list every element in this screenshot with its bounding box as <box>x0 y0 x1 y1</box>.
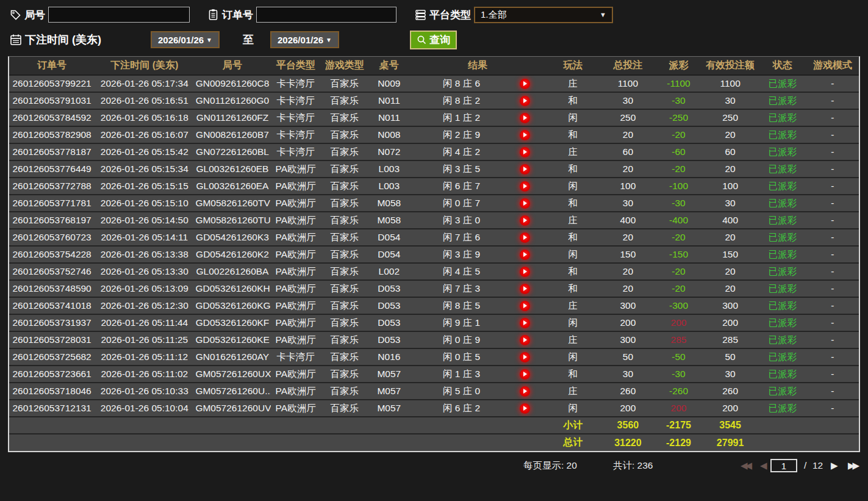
play-icon[interactable] <box>520 318 530 328</box>
date-from-picker[interactable]: 2026/01/26 ▼ <box>151 31 220 48</box>
play-icon[interactable] <box>520 79 530 89</box>
cell-order-no: 260126053776449 <box>9 160 95 178</box>
cell-valid-bet: 30 <box>702 92 759 109</box>
play-icon[interactable] <box>520 386 530 397</box>
cell-game-type: 百家乐 <box>321 160 368 178</box>
cell-status: 已派彩 <box>759 366 806 383</box>
result-text: 闲 4 庄 5 <box>426 265 498 278</box>
play-icon[interactable] <box>520 147 530 157</box>
cell-platform: 卡卡湾厅 <box>271 92 321 109</box>
cell-game-type: 百家乐 <box>321 383 368 400</box>
last-page-button[interactable]: ▶▶ <box>848 460 859 471</box>
game-no-input[interactable] <box>48 7 190 23</box>
play-icon[interactable] <box>520 113 530 123</box>
cell-valid-bet: 400 <box>702 212 759 229</box>
date-to-picker[interactable]: 2026/01/26 ▼ <box>270 31 339 48</box>
cell-game-mode: - <box>806 246 859 263</box>
result-text: 闲 8 庄 2 <box>426 95 498 107</box>
cell-bet-time: 2026-01-26 05:10:04 <box>95 400 194 417</box>
cell-result: 闲 9 庄 1 <box>410 314 545 331</box>
cell-game-type: 百家乐 <box>321 75 368 92</box>
cell-payout: -20 <box>655 126 701 143</box>
cell-game-mode: - <box>806 160 859 178</box>
total-pages-label: 12 <box>812 460 823 471</box>
table-row: 2601260537485902026-01-26 05:13:09GD0532… <box>9 280 859 297</box>
play-icon[interactable] <box>520 250 530 260</box>
cell-payout: -30 <box>655 195 701 212</box>
platform-select[interactable]: 1.全部 ▼ <box>474 7 613 23</box>
play-icon[interactable] <box>520 403 530 414</box>
cell-status: 已派彩 <box>759 297 806 314</box>
search-button[interactable]: 查询 <box>410 31 457 49</box>
cell-result: 闲 1 庄 3 <box>410 366 545 383</box>
cell-result: 闲 0 庄 9 <box>410 331 545 348</box>
cell-total-bet: 30 <box>600 195 655 212</box>
cell-play-type: 闲 <box>545 246 600 263</box>
cell-valid-bet: 20 <box>702 280 759 297</box>
cell-status: 已派彩 <box>759 195 806 212</box>
cell-game-no: GL002261260BA <box>194 263 270 280</box>
cell-result: 闲 0 庄 7 <box>410 195 545 212</box>
cell-bet-time: 2026-01-26 05:11:25 <box>95 331 194 348</box>
play-icon[interactable] <box>520 284 530 294</box>
play-icon[interactable] <box>520 215 530 226</box>
cell-table-no: L003 <box>368 178 410 195</box>
cell-status: 已派彩 <box>759 331 806 348</box>
cell-play-type: 和 <box>545 92 600 109</box>
filter-bar: 局号 订单号 平台类型 1.全部 ▼ 下注时间 (美东) <box>0 0 868 56</box>
subtotal-row: 小计3560-21753545 <box>9 417 859 434</box>
play-icon[interactable] <box>520 352 530 362</box>
game-no-label: 局号 <box>24 8 45 22</box>
cell-total-bet: 60 <box>600 143 655 160</box>
cell-order-no: 260126053772788 <box>9 178 95 195</box>
cell-payout: -20 <box>655 280 701 297</box>
cell-game-no: GD053261260KF <box>194 314 270 331</box>
result-text: 闲 9 庄 1 <box>426 317 498 330</box>
cell-game-no: GL003261260EA <box>194 178 270 195</box>
cell-bet-time: 2026-01-26 05:15:10 <box>95 195 194 212</box>
cell-game-type: 百家乐 <box>321 195 368 212</box>
prev-page-button[interactable]: ◀ <box>760 460 770 471</box>
play-icon[interactable] <box>520 96 530 106</box>
cell-game-mode: - <box>806 400 859 417</box>
cell-game-type: 百家乐 <box>321 212 368 229</box>
order-no-input[interactable] <box>256 7 396 23</box>
column-header-6: 结果 <box>410 57 545 75</box>
cell-game-type: 百家乐 <box>321 297 368 314</box>
cell-valid-bet: 300 <box>702 297 759 314</box>
cell-game-no: GN016261260AY <box>194 348 270 366</box>
cell-status: 已派彩 <box>759 263 806 280</box>
page-number-input[interactable] <box>770 459 797 472</box>
cell-valid-bet: 1100 <box>702 75 759 92</box>
cell-game-no: GD053261260KE <box>194 331 270 348</box>
cell-game-mode: - <box>806 126 859 143</box>
cell-valid-bet: 50 <box>702 348 759 366</box>
cell-order-no: 260126053778187 <box>9 143 95 160</box>
cell-bet-time: 2026-01-26 05:13:38 <box>95 246 194 263</box>
cell-result: 闲 0 庄 5 <box>410 348 545 366</box>
cell-game-no: GN009261260C8 <box>194 75 270 92</box>
cell-table-no: M058 <box>368 212 410 229</box>
play-icon[interactable] <box>520 130 530 140</box>
result-text: 闲 8 庄 6 <box>426 77 498 90</box>
play-icon[interactable] <box>520 164 530 175</box>
play-icon[interactable] <box>520 301 530 311</box>
play-icon[interactable] <box>520 232 530 243</box>
next-page-button[interactable]: ▶ <box>831 460 841 471</box>
first-page-button[interactable]: ◀◀ <box>741 460 752 471</box>
play-icon[interactable] <box>520 369 530 380</box>
result-text: 闲 3 庄 0 <box>426 214 498 227</box>
table-row: 2601260537410182026-01-26 05:12:30GD0532… <box>9 297 859 314</box>
cell-game-type: 百家乐 <box>321 246 368 263</box>
cell-status: 已派彩 <box>759 246 806 263</box>
play-icon[interactable] <box>520 267 530 277</box>
cell-game-mode: - <box>806 143 859 160</box>
cell-game-mode: - <box>806 297 859 314</box>
cell-game-type: 百家乐 <box>321 331 368 348</box>
cell-platform: PA欧洲厅 <box>271 400 321 417</box>
play-icon[interactable] <box>520 335 530 345</box>
cell-table-no: D054 <box>368 246 410 263</box>
table-row: 2601260537764492026-01-26 05:15:34GL0032… <box>9 160 859 178</box>
play-icon[interactable] <box>520 198 530 209</box>
play-icon[interactable] <box>520 181 530 192</box>
